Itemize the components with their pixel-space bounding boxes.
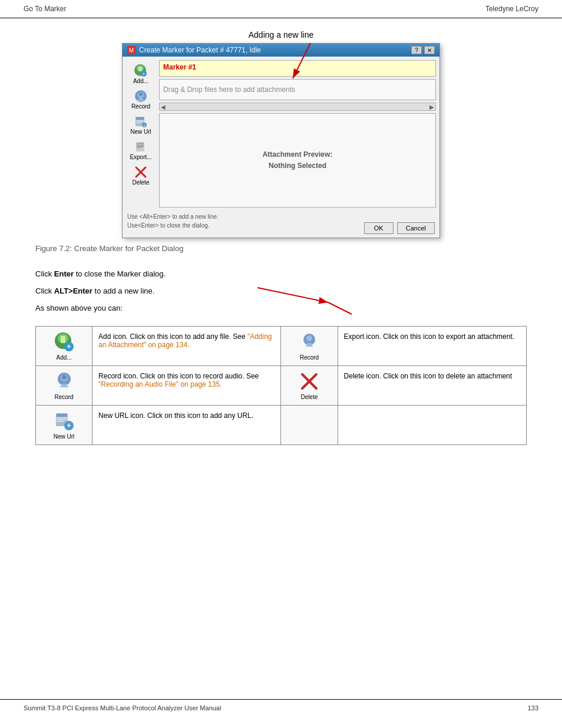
newurl-icon: + xyxy=(54,410,75,431)
page-header: Go To Marker Teledyne LeCroy xyxy=(0,0,562,18)
toolbar-record[interactable]: Record xyxy=(130,88,151,111)
footer-buttons: Use<Enter> to close the dialog. OK Cance… xyxy=(127,222,435,234)
para2-text: Click xyxy=(35,286,54,295)
export-desc-cell: Export icon. Click on this icon to expor… xyxy=(338,327,526,366)
hint-altenter: Use <Alt+Enter> to add a new line. xyxy=(127,213,435,220)
empty-icon-cell xyxy=(281,406,338,445)
para2-bold: ALT>Enter xyxy=(54,286,92,295)
footer-right: 133 xyxy=(528,704,538,711)
svg-text:+: + xyxy=(143,123,146,129)
dialog-window-controls[interactable]: ? ✕ xyxy=(411,46,435,54)
figure-title: Adding a new line xyxy=(122,30,440,39)
svg-rect-16 xyxy=(136,123,141,123)
preview-label: Attachment Preview: xyxy=(263,149,333,160)
dialog-wrapper: M Create Marker for Packet # 47771, Idle… xyxy=(122,43,440,238)
scroll-right-arrow[interactable]: ▶ xyxy=(429,104,434,110)
svg-point-36 xyxy=(306,335,312,341)
body-para1: Click Enter to close the Marker dialog. xyxy=(35,268,527,281)
delete-desc-cell: Delete icon. Click on this icon to delet… xyxy=(338,366,526,406)
drag-drop-area[interactable]: Drag & Drop files here to add attachment… xyxy=(159,79,436,100)
add-desc-cell: Add icon. Click on this icon to add any … xyxy=(92,327,281,366)
close-button[interactable]: ✕ xyxy=(424,46,435,54)
newurl-desc-text: New URL icon. Click on this icon to add … xyxy=(98,411,253,420)
preview-sublabel: Nothing Selected xyxy=(269,160,326,172)
newurl-label: New Url xyxy=(42,433,86,440)
svg-rect-41 xyxy=(62,384,67,386)
delete-desc-text: Delete icon. Click on this icon to delet… xyxy=(344,372,513,380)
dialog-body: + Add... xyxy=(123,57,439,211)
add-icon-cell: + Add... xyxy=(36,327,92,366)
page-content: Adding a new line M Create Marker for Pa… xyxy=(0,18,562,469)
add-toolbar-label: Add... xyxy=(133,78,148,84)
dialog-title-label: Create Marker for Packet # 47771, Idle xyxy=(139,46,261,54)
record-desc-cell: Record icon. Click on this icon to recor… xyxy=(92,366,281,406)
record-link[interactable]: "Recording an Audio File" on page 135. xyxy=(98,380,222,388)
delete-toolbar-icon xyxy=(134,165,148,179)
dialog-main-panel: Marker #1 Drag & Drop files here to add … xyxy=(159,60,436,207)
add-label: Add... xyxy=(42,354,86,361)
footer-left: Summit T3-8 PCI Express Multi-Lane Proto… xyxy=(24,704,221,711)
ok-button[interactable]: OK xyxy=(364,222,394,234)
toolbar-delete[interactable]: Delete xyxy=(131,164,151,187)
svg-text:+: + xyxy=(67,421,71,430)
svg-rect-9 xyxy=(139,98,143,100)
svg-rect-49 xyxy=(57,419,67,420)
record-toolbar-icon xyxy=(134,89,148,103)
export-icon-cell: Record xyxy=(281,327,338,366)
table-row-1: + Add... Add icon. Click on this icon to… xyxy=(36,327,527,366)
svg-rect-21 xyxy=(137,145,144,146)
help-button[interactable]: ? xyxy=(411,46,422,54)
header-left: Go To Marker xyxy=(24,5,66,13)
svg-rect-14 xyxy=(136,120,144,121)
svg-point-11 xyxy=(139,93,143,96)
toolbar-add[interactable]: + Add... xyxy=(132,62,150,85)
svg-rect-37 xyxy=(307,343,312,345)
body-para3: As shown above you can: xyxy=(35,302,527,315)
para1-text: Click xyxy=(35,269,54,278)
empty-desc-cell xyxy=(338,406,526,445)
para1-bold: Enter xyxy=(54,269,74,278)
export-toolbar-label: Export... xyxy=(130,154,151,160)
svg-rect-4 xyxy=(138,67,142,71)
table-row-2: Record Record icon. Click on this icon t… xyxy=(36,366,527,406)
header-right: Teledyne LeCroy xyxy=(485,5,538,13)
delete-toolbar-label: Delete xyxy=(133,179,150,186)
newurl-icon-cell: + New Url xyxy=(36,406,92,445)
para1-rest: to close the Marker dialog. xyxy=(74,269,166,278)
toolbar-newurl[interactable]: + New Url xyxy=(129,113,153,136)
cancel-button[interactable]: Cancel xyxy=(397,222,435,234)
table-row-3: + New Url New URL icon. Click on this ic… xyxy=(36,406,527,445)
record-toolbar-label: Record xyxy=(131,103,150,110)
toolbar-export[interactable]: Export... xyxy=(128,139,153,162)
scroll-left-arrow[interactable]: ◀ xyxy=(161,104,166,110)
delete-icon-cell: Delete xyxy=(281,366,338,406)
add-desc-text: Add icon. Click on this icon to add any … xyxy=(98,332,247,341)
newurl-toolbar-icon: + xyxy=(134,114,148,129)
delete-label: Delete xyxy=(287,394,331,400)
add-toolbar-icon: + xyxy=(134,64,148,78)
dialog-titlebar: M Create Marker for Packet # 47771, Idle… xyxy=(123,44,439,57)
svg-rect-50 xyxy=(57,421,64,422)
svg-rect-22 xyxy=(137,146,144,147)
add-icon: + xyxy=(54,331,75,353)
newurl-desc-cell: New URL icon. Click on this icon to add … xyxy=(92,406,281,445)
para2-rest: to add a new line. xyxy=(92,286,155,295)
marker-input[interactable]: Marker #1 xyxy=(159,60,436,77)
svg-rect-48 xyxy=(57,417,67,419)
figure-caption: Figure 7.2: Create Marker for Packet Dia… xyxy=(35,244,353,253)
dialog-box: M Create Marker for Packet # 47771, Idle… xyxy=(122,43,440,238)
dialog-toolbar: + Add... xyxy=(126,60,156,207)
record-icon-cell: Record xyxy=(36,366,92,406)
svg-rect-10 xyxy=(138,100,144,101)
figure-area: Adding a new line M Create Marker for Pa… xyxy=(35,30,527,256)
delete-icon xyxy=(299,371,320,392)
body-para2: Click ALT>Enter to add a new line. xyxy=(35,285,527,298)
export-icon xyxy=(299,331,320,353)
horizontal-scrollbar[interactable]: ◀ ▶ xyxy=(159,103,436,111)
svg-rect-13 xyxy=(136,117,144,120)
svg-text:M: M xyxy=(129,47,134,54)
svg-rect-38 xyxy=(306,345,313,347)
page-footer: Summit T3-8 PCI Express Multi-Lane Proto… xyxy=(0,699,562,716)
record-label: Record xyxy=(42,394,86,400)
svg-text:+: + xyxy=(142,71,145,77)
